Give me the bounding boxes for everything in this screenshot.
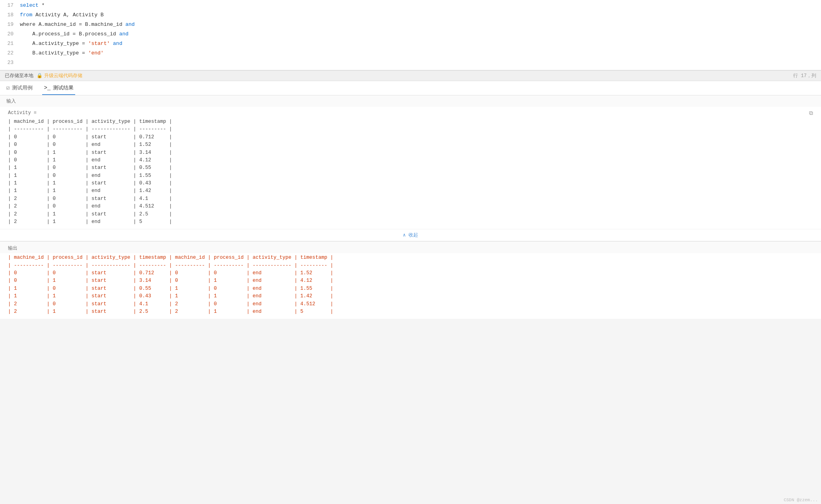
line-content: select * [20, 2, 821, 10]
output-table: | machine_id | process_id | activity_typ… [0, 253, 821, 319]
code-lines: 17select *18from Activity A, Activity B1… [0, 0, 821, 70]
output-section: 输出 | machine_id | process_id | activity_… [0, 241, 821, 319]
line-number: 18 [0, 11, 20, 19]
code-line: 22 B.activity_type = 'end' [0, 49, 821, 59]
line-content: A.process_id = B.process_id and [20, 30, 821, 39]
line-number: 17 [0, 2, 20, 10]
code-line: 17select * [0, 2, 821, 11]
status-left: 已存储至本地 🔒 升级云端代码存储 [5, 72, 82, 79]
cloud-upgrade-link[interactable]: 🔒 升级云端代码存储 [37, 72, 82, 79]
code-line: 21 A.activity_type = 'start' and [0, 40, 821, 49]
tab-test-case[interactable]: ☑ 测试用例 [5, 81, 34, 95]
terminal-icon: >_ [44, 85, 51, 91]
code-line: 23 [0, 59, 821, 68]
tab-test-result[interactable]: >_ 测试结果 [42, 81, 75, 95]
line-number: 23 [0, 59, 20, 67]
line-content: from Activity A, Activity B [20, 11, 821, 19]
code-line: 18from Activity A, Activity B [0, 11, 821, 21]
position-text: 行 17，列 [793, 72, 816, 79]
tabs-bar: ☑ 测试用例 >_ 测试结果 [0, 81, 821, 95]
code-line: 19where A.machine_id = B.machine_id and [0, 21, 821, 30]
line-content: A.activity_type = 'start' and [20, 40, 821, 48]
upgrade-text[interactable]: 升级云端代码存储 [44, 72, 82, 79]
line-number: 22 [0, 49, 20, 58]
line-content: where A.machine_id = B.machine_id and [20, 21, 821, 29]
input-table: | machine_id | process_id | activity_typ… [0, 117, 821, 229]
line-content: B.activity_type = 'end' [20, 49, 821, 58]
code-editor: 17select *18from Activity A, Activity B1… [0, 0, 821, 70]
output-label: 输出 [0, 241, 821, 253]
tab-test-case-label: 测试用例 [12, 84, 33, 91]
input-section: 输入 Activity = | machine_id | process_id … [0, 95, 821, 241]
lock-icon: 🔒 [37, 73, 43, 79]
line-number: 19 [0, 21, 20, 29]
table-label: Activity = [0, 107, 821, 117]
saved-status: 已存储至本地 [5, 72, 33, 79]
copy-button[interactable]: ⧉ [809, 110, 813, 116]
input-label: 输入 [0, 95, 821, 107]
tab-test-result-label: 测试结果 [53, 84, 74, 91]
status-bar: 已存储至本地 🔒 升级云端代码存储 行 17，列 [0, 70, 821, 81]
checkbox-icon: ☑ [6, 84, 10, 91]
collapse-button[interactable]: ∧ 收起 [0, 229, 821, 241]
code-line: 20 A.process_id = B.process_id and [0, 30, 821, 40]
line-number: 21 [0, 40, 20, 48]
line-number: 20 [0, 30, 20, 39]
